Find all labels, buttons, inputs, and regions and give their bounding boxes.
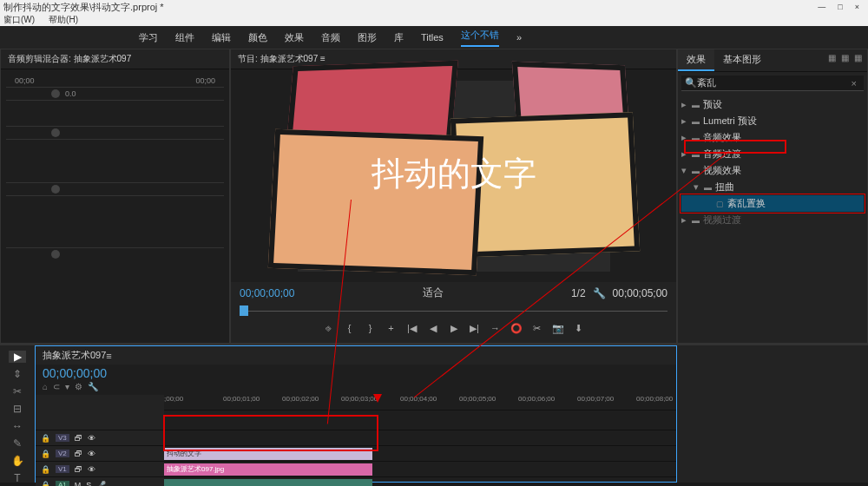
add-marker-button[interactable]: + bbox=[385, 323, 398, 334]
settings-icon[interactable]: 🔧 bbox=[593, 287, 606, 299]
go-to-in-button[interactable]: |◀ bbox=[405, 323, 419, 334]
track-a1-label[interactable]: A1 bbox=[56, 481, 69, 486]
mark-out-icon[interactable]: } bbox=[364, 323, 378, 334]
audio-clip[interactable] bbox=[164, 479, 372, 486]
ruler-tick: 00;00;05;00 bbox=[459, 395, 496, 403]
workspace-tab-active[interactable]: 这个不错 bbox=[461, 29, 499, 47]
track-v2-label[interactable]: V2 bbox=[56, 450, 69, 457]
lock-icon[interactable]: 🔒 bbox=[41, 450, 50, 458]
scrub-bar[interactable] bbox=[240, 304, 667, 318]
type-tool[interactable]: T bbox=[9, 472, 26, 484]
pen-tool[interactable]: ↔ bbox=[9, 420, 26, 432]
track-v3-lane[interactable] bbox=[164, 430, 676, 445]
audio-mixer-panel: 音频剪辑混合器: 抽象派艺术097 00;00 00;00 0.0 bbox=[0, 49, 230, 344]
rectangle-tool[interactable]: ✎ bbox=[9, 437, 26, 450]
extract-button[interactable]: ⬇ bbox=[572, 323, 586, 334]
track-v1-lane[interactable]: 抽象派艺术097.jpg bbox=[164, 461, 676, 476]
track-v3-label[interactable]: V3 bbox=[56, 434, 69, 442]
pan-knob[interactable] bbox=[51, 250, 60, 259]
preset-icon[interactable]: ▦ bbox=[828, 53, 836, 68]
effect-tree-item[interactable]: ▸▬视频过渡 bbox=[681, 212, 864, 228]
workspace-tab[interactable]: 学习 bbox=[139, 31, 158, 44]
workspace-tab[interactable]: 音频 bbox=[321, 31, 340, 44]
workspace-tab[interactable]: Titles bbox=[421, 32, 444, 43]
preset-icon[interactable]: ▦ bbox=[854, 53, 862, 68]
play-button[interactable]: ▶ bbox=[447, 323, 461, 334]
lock-icon[interactable]: 🔒 bbox=[41, 481, 50, 487]
track-v2-lane[interactable]: 抖动的文字 bbox=[164, 445, 676, 461]
zoom-fit-dropdown[interactable]: 适合 bbox=[423, 286, 444, 300]
export-frame-button[interactable]: 📷 bbox=[551, 323, 565, 334]
slip-tool[interactable]: ⊟ bbox=[9, 403, 26, 415]
workspace-tab[interactable]: 编辑 bbox=[212, 31, 231, 44]
workspace-tab[interactable]: 组件 bbox=[175, 31, 194, 44]
track-a1-lane[interactable] bbox=[164, 476, 676, 486]
snap-icon[interactable]: ⌂ bbox=[43, 382, 48, 391]
workspace-tab[interactable]: 图形 bbox=[358, 31, 377, 44]
text-clip[interactable]: 抖动的文字 bbox=[164, 448, 372, 460]
razor-tool[interactable]: ✂ bbox=[9, 385, 26, 397]
lock-icon[interactable]: 🔒 bbox=[41, 465, 50, 474]
program-monitor[interactable]: 抖动的文字 bbox=[298, 81, 610, 272]
pan-knob[interactable] bbox=[51, 128, 60, 137]
hand-tool[interactable]: ✋ bbox=[9, 455, 26, 467]
search-icon: 🔍 bbox=[685, 77, 697, 89]
window-titlebar: 制作抖动的文字效果\抖动文字.prproj * — □ × bbox=[0, 0, 868, 14]
resolution-dropdown[interactable]: 1/2 bbox=[571, 287, 586, 299]
settings-icon[interactable]: ⚙ bbox=[75, 382, 82, 391]
program-tab[interactable]: 抽象派艺术097 bbox=[260, 54, 319, 63]
close-button[interactable]: × bbox=[855, 3, 859, 11]
pan-knob[interactable] bbox=[51, 185, 60, 194]
timeline-ruler[interactable]: ;00;0000;00;01;0000;00;02;0000;00;03;000… bbox=[164, 395, 676, 410]
menubar: 窗口(W) 帮助(H) bbox=[0, 14, 868, 26]
ruler-tick: 00;00;03;00 bbox=[341, 395, 378, 403]
workspace-tab[interactable]: 效果 bbox=[285, 31, 304, 44]
effects-tab[interactable]: 效果 bbox=[678, 49, 714, 71]
sequence-tab[interactable]: 抽象派艺术097 bbox=[43, 349, 106, 362]
mark-in-button[interactable]: ⎆ bbox=[322, 323, 336, 334]
workspace-tab[interactable]: 库 bbox=[394, 31, 404, 44]
ruler-left: 00;00 bbox=[15, 76, 35, 85]
menu-window[interactable]: 窗口(W) bbox=[3, 14, 35, 26]
effect-tree-item[interactable]: ▸▬Lumetri 预设 bbox=[681, 113, 864, 129]
workspace-tab[interactable]: 颜色 bbox=[248, 31, 267, 44]
overlay-text: 抖动的文字 bbox=[372, 151, 536, 195]
essential-graphics-tab[interactable]: 基本图形 bbox=[714, 49, 770, 71]
go-to-out-button[interactable]: → bbox=[489, 323, 503, 334]
ruler-right: 00;00 bbox=[195, 76, 215, 85]
mark-in-icon[interactable]: { bbox=[343, 323, 357, 334]
clear-search-button[interactable]: × bbox=[848, 78, 860, 89]
playhead-icon[interactable] bbox=[240, 305, 248, 316]
effect-tree-item[interactable]: ▸▬音频过渡 bbox=[681, 146, 864, 162]
effects-search-input[interactable] bbox=[697, 78, 848, 89]
marker-icon[interactable]: ▾ bbox=[65, 382, 69, 391]
timeline-timecode[interactable]: 00;00;00;00 bbox=[36, 364, 676, 382]
track-select-tool[interactable]: ⇕ bbox=[9, 368, 26, 380]
audio-mixer-tab[interactable]: 音频剪辑混合器: 抽象派艺术097 bbox=[1, 49, 229, 69]
linked-selection-icon[interactable]: ⊂ bbox=[53, 382, 60, 391]
menu-help[interactable]: 帮助(H) bbox=[49, 14, 78, 26]
lift-button[interactable]: ✂ bbox=[530, 323, 544, 334]
wrench-icon[interactable]: 🔧 bbox=[88, 382, 98, 391]
effect-tree-item[interactable]: ▢紊乱置换 bbox=[681, 195, 864, 212]
lock-icon[interactable]: 🔒 bbox=[41, 434, 50, 443]
preset-icon[interactable]: ▦ bbox=[841, 53, 849, 68]
transport-controls: ⎆ { } + |◀ ◀ ▶ ▶| → ⭕ ✂ 📷 ⬇ bbox=[240, 318, 667, 339]
video-clip[interactable]: 抽象派艺术097.jpg bbox=[164, 463, 372, 476]
minimize-button[interactable]: — bbox=[818, 3, 825, 11]
effect-tree-item[interactable]: ▸▬预设 bbox=[681, 96, 864, 113]
effect-tree-item[interactable]: ▾▬扭曲 bbox=[681, 179, 864, 195]
selection-tool[interactable]: ▶ bbox=[9, 351, 26, 363]
step-forward-button[interactable]: ▶| bbox=[468, 323, 482, 334]
playhead-timecode[interactable]: 00;00;00;00 bbox=[240, 287, 294, 299]
pan-knob[interactable] bbox=[51, 89, 60, 98]
workspace-overflow-button[interactable]: » bbox=[516, 32, 522, 43]
effect-tree-item[interactable]: ▸▬音频效果 bbox=[681, 129, 864, 146]
step-back-button[interactable]: ◀ bbox=[426, 323, 440, 334]
ruler-tick: 00;00;04;00 bbox=[400, 395, 437, 403]
maximize-button[interactable]: □ bbox=[838, 3, 842, 11]
track-v1-label[interactable]: V1 bbox=[56, 465, 69, 473]
loop-button[interactable]: ⭕ bbox=[510, 323, 523, 334]
effect-tree-item[interactable]: ▾▬视频效果 bbox=[681, 162, 864, 179]
project-path: 制作抖动的文字效果\抖动文字.prproj * bbox=[3, 1, 164, 14]
